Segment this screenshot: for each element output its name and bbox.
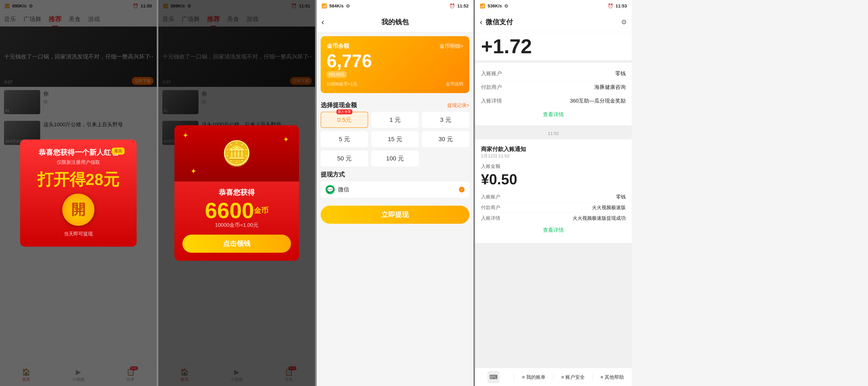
- rp-open-btn[interactable]: 開: [62, 194, 94, 226]
- mc-rvalue-2: 火火视频极速版提现成功: [572, 215, 626, 221]
- nav-bill-item[interactable]: ≡ 我的账单: [514, 374, 553, 380]
- amount-label-5: 30 元: [438, 135, 453, 143]
- amount-label-2: 3 元: [440, 116, 451, 124]
- method-check-icon: ✓: [459, 187, 465, 192]
- mc-row-1: 付款商户 火火视频极速版: [481, 202, 626, 213]
- redpacket-overlay[interactable]: 恭喜您获得一个新人红包 仅限新注册用户领取 最高 打开得28元 開 当天即可提现: [0, 0, 157, 386]
- wallet-back-btn[interactable]: ‹: [321, 18, 324, 27]
- gold-overlay[interactable]: 🪙 ✦ ✦ ✦ 恭喜您获得 6600 金币 10000金币=1.00元 点击领钱: [158, 0, 315, 386]
- nav-help-label: ≡ 其他帮助: [600, 374, 624, 380]
- panel-4: 📶 536K/s ⊙ ⏰ 11:53 ‹ 微信支付 ⚙ +1.72 入账账户 零…: [475, 0, 632, 386]
- tx-label-0: 入账账户: [481, 70, 502, 77]
- wxpay-keyboard-btn[interactable]: ⌨: [475, 371, 514, 383]
- see-detail-link-1[interactable]: 查看详情: [481, 108, 626, 121]
- wallet-header: ‹ 我的钱包: [317, 12, 473, 32]
- sparkle-1: ✦: [182, 131, 188, 140]
- rp-subtitle: 仅限新注册用户领取: [57, 159, 100, 166]
- gbc-amount: 6,776: [327, 52, 463, 70]
- amount-label-6: 50 元: [337, 154, 352, 162]
- amount-btn-5[interactable]: 30 元: [422, 131, 469, 147]
- gbc-footer: 10000金币=1元 金币说明: [327, 81, 463, 87]
- gold-body: 恭喜您获得 6600 金币 10000金币=1.00元 点击领钱: [175, 182, 299, 261]
- mc-row-0: 入账账户 零钱: [481, 191, 626, 202]
- separator-3: [473, 0, 475, 386]
- mc-row-2: 入账详情 火火视频极速版提现成功: [481, 213, 626, 224]
- gold-rate: 10000金币=1.00元: [215, 221, 258, 229]
- tx-details: 入账账户 零钱 付款商户 海豚健康咨询 入账详情 360互助—瓜分现金奖励 查看…: [475, 63, 632, 125]
- gold-amount: 6600: [205, 200, 254, 221]
- ws-dot: ⊙: [346, 3, 350, 9]
- withdraw-btn[interactable]: 立即提现: [321, 206, 469, 224]
- amount-btn-0[interactable]: 新人专享 0.5元: [321, 112, 368, 128]
- amount-badge-0: 新人专享: [336, 109, 352, 114]
- panel-1: 📶 690K/s ⊙ ⏰ 11:50 音乐 广场舞 推荐 美食 游戏 十元钱收了…: [0, 0, 157, 386]
- tx-amount: +1.72: [481, 36, 626, 56]
- gbc-approx: 约0.68元: [327, 71, 347, 78]
- amount-btn-7[interactable]: 100 元: [371, 150, 419, 167]
- method-item-wechat[interactable]: 💬 微信 ✓: [321, 182, 469, 198]
- mc-amount-label: 入账金额: [481, 163, 626, 170]
- panel-3: 📶 584K/s ⊙ ⏰ 11:52 ‹ 我的钱包 金币余额 金币明细> 6,7…: [317, 0, 473, 386]
- tx-label-2: 入账详情: [481, 97, 502, 105]
- mc-rlabel-1: 付款商户: [481, 204, 500, 211]
- merchant-card: 商家付款入账通知 2月12日 11:52 入账金额 ¥0.50 入账账户 零钱 …: [475, 139, 632, 243]
- wx-time: 11:53: [616, 3, 627, 9]
- amount-btn-3[interactable]: 5 元: [321, 131, 368, 147]
- tx-value-1: 海豚健康咨询: [594, 84, 626, 91]
- time-divider: 11:52: [475, 128, 632, 139]
- gbc-detail-link[interactable]: 金币明细>: [439, 42, 463, 50]
- wallet-status-bar: 📶 584K/s ⊙ ⏰ 11:52: [317, 0, 473, 12]
- gbc-header: 金币余额 金币明细>: [327, 42, 463, 50]
- mc-detail-link[interactable]: 查看详情: [481, 224, 626, 237]
- wallet-title: 我的钱包: [381, 18, 409, 27]
- nav-help-item[interactable]: ≡ 其他帮助: [593, 374, 632, 380]
- ws-right: ⏰ 11:52: [450, 3, 469, 9]
- mc-rows: 入账账户 零钱 付款商户 火火视频极速版 入账详情 火火视频极速版提现成功: [481, 191, 626, 224]
- nav-security-label: ≡ 账户安全: [561, 374, 585, 380]
- tx-row-0: 入账账户 零钱: [481, 67, 626, 81]
- wx-dot: ⊙: [504, 3, 508, 9]
- rp-amount: 打开得28元: [37, 172, 120, 187]
- mc-header: 商家付款入账通知 2月12日 11:52: [481, 145, 626, 159]
- ws-left: 📶 584K/s ⊙: [321, 3, 350, 9]
- separator-1: [157, 0, 158, 386]
- wx-status-left: 📶 536K/s ⊙: [480, 3, 508, 9]
- wxpay-back-btn[interactable]: ‹: [480, 18, 483, 27]
- wxpay-status-bar: 📶 536K/s ⊙ ⏰ 11:53: [475, 0, 632, 12]
- ws-speed: 584K/s: [329, 3, 344, 9]
- gold-coin-icon: 🪙: [222, 139, 252, 168]
- gold-claim-btn[interactable]: 点击领钱: [182, 235, 291, 253]
- wx-signal: 📶: [480, 3, 485, 9]
- sparkle-3: ✦: [190, 167, 196, 176]
- tx-label-1: 付款商户: [481, 84, 502, 91]
- mc-rvalue-0: 零钱: [616, 194, 626, 200]
- mc-rlabel-2: 入账详情: [481, 215, 500, 221]
- gold-congrats-text: 恭喜您获得: [219, 187, 255, 198]
- rp-badge: 最高: [112, 148, 125, 155]
- gbc-rate: 10000金币=1元: [327, 81, 357, 87]
- rp-title: 恭喜您获得一个新人红包: [38, 148, 118, 157]
- wechat-icon: 💬: [326, 185, 335, 194]
- amount-label-4: 15 元: [388, 135, 402, 143]
- keyboard-icon: ⌨: [488, 371, 499, 383]
- amount-btn-2[interactable]: 3 元: [422, 112, 469, 128]
- tx-amount-section: +1.72: [475, 32, 632, 60]
- gbc-explain-link[interactable]: 金币说明: [446, 81, 463, 87]
- amount-btn-4[interactable]: 15 元: [371, 131, 419, 147]
- wxpay-title: 微信支付: [486, 18, 618, 27]
- sparkle-2: ✦: [283, 135, 289, 144]
- nav-security-item[interactable]: ≡ 账户安全: [554, 374, 592, 380]
- amount-label-7: 100 元: [386, 154, 404, 162]
- amount-btn-1[interactable]: 1 元: [371, 112, 419, 128]
- tx-row-1: 付款商户 海豚健康咨询: [481, 81, 626, 94]
- history-link[interactable]: 提现记录>: [447, 102, 469, 109]
- amount-btn-6[interactable]: 50 元: [321, 150, 368, 167]
- rp-note: 当天即可提现: [64, 231, 93, 237]
- tx-row-2: 入账详情 360互助—瓜分现金奖励: [481, 94, 626, 108]
- method-section: 提现方式 💬 微信 ✓: [317, 171, 473, 202]
- wx-clock: ⏰: [608, 3, 613, 9]
- redpacket-card: 恭喜您获得一个新人红包 仅限新注册用户领取 最高 打开得28元 開 当天即可提现: [20, 140, 136, 247]
- gold-balance-card: 金币余额 金币明细> 6,776 约0.68元 10000金币=1元 金币说明: [321, 36, 469, 93]
- gear-icon[interactable]: ⚙: [621, 18, 627, 26]
- tx-value-0: 零钱: [615, 70, 626, 77]
